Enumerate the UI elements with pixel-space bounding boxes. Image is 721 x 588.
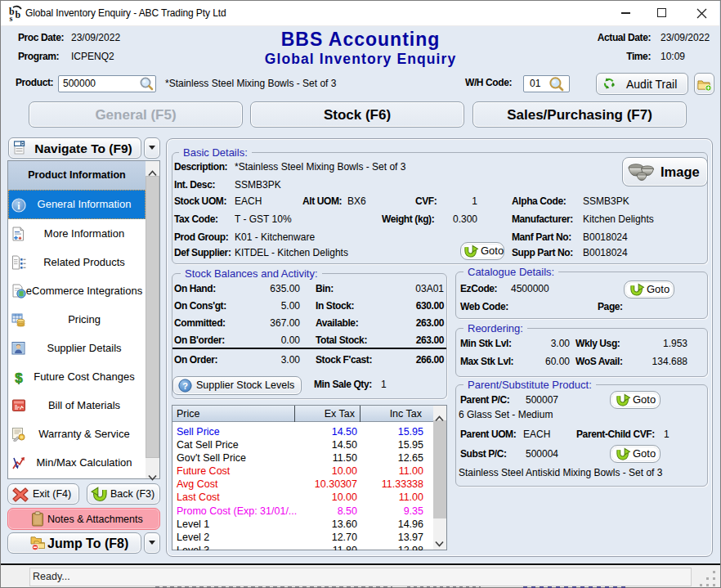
svg-text:b: b bbox=[16, 9, 21, 20]
svg-text:s: s bbox=[10, 14, 13, 22]
svg-text:?: ? bbox=[182, 381, 188, 391]
svg-text:$: $ bbox=[15, 370, 23, 385]
